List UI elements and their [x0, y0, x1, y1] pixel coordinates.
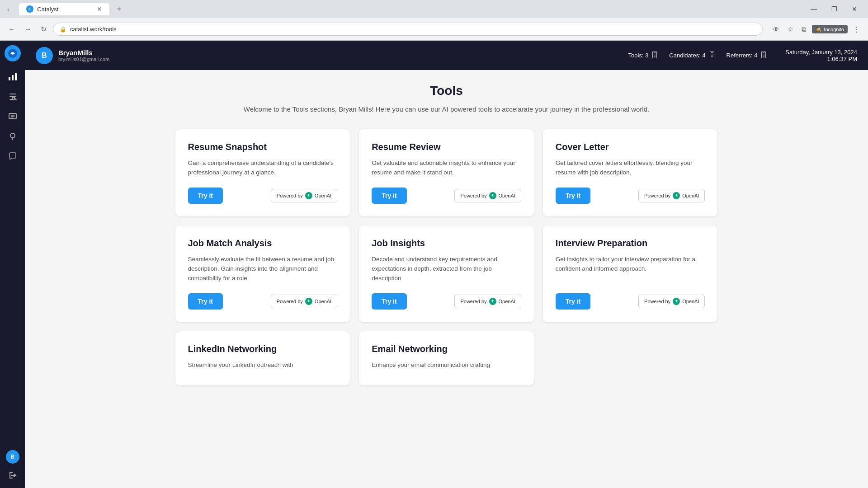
- tool-footer-job-insights: Try it Powered by ✦ OpenAI: [372, 293, 521, 310]
- sidebar-item-analytics[interactable]: [5, 69, 21, 85]
- powered-by-text-1: Powered by: [460, 193, 486, 198]
- browser-actions: 👁 ☆ ⧉ 🕵 Incognito ⋮: [770, 23, 863, 35]
- tool-desc-cover-letter: Get tailored cover letters effortlessly,…: [556, 159, 705, 178]
- try-it-resume-review[interactable]: Try it: [372, 188, 406, 204]
- reload-button[interactable]: ↻: [38, 23, 49, 35]
- openai-text: OpenAI: [315, 193, 331, 198]
- try-it-job-insights[interactable]: Try it: [372, 293, 406, 310]
- powered-by-text: Powered by: [277, 193, 303, 198]
- content-area: Tools Welcome to the Tools sections, Bry…: [25, 70, 868, 488]
- tool-title-job-match: Job Match Analysis: [188, 238, 338, 249]
- tool-footer-cover-letter: Try it Powered by ✦ OpenAI: [556, 188, 705, 204]
- svg-rect-3: [15, 73, 17, 80]
- header-stats: Tools: 3 🗄 Candidates: 4 🗄 Referrers: 4 …: [628, 52, 768, 60]
- powered-by-interview-prep: Powered by ✦ OpenAI: [638, 295, 705, 308]
- tool-card-cover-letter: Cover Letter Get tailored cover letters …: [543, 129, 718, 216]
- tools-stat-label: Tools: 3: [628, 52, 649, 59]
- openai-text-4: OpenAI: [499, 299, 515, 304]
- powered-by-text-2: Powered by: [644, 193, 670, 198]
- openai-icon-1: ✦: [489, 192, 496, 199]
- tool-footer-interview-prep: Try it Powered by ✦ OpenAI: [556, 293, 705, 310]
- incognito-icon: 🕵: [816, 26, 822, 32]
- sidebar: B: [0, 41, 25, 488]
- lock-icon: 🔒: [60, 26, 66, 33]
- header-tools-stat: Tools: 3 🗄: [628, 52, 659, 60]
- back-button[interactable]: ←: [5, 23, 18, 35]
- tool-card-resume-review: Resume Review Get valuable and actionabl…: [359, 129, 534, 216]
- try-it-interview-prep[interactable]: Try it: [556, 293, 590, 310]
- browser-nav: ← → ↻ 🔒 catalist.work/tools 👁 ☆ ⧉ 🕵 Inco…: [0, 18, 868, 41]
- powered-by-resume-review: Powered by ✦ OpenAI: [454, 189, 521, 202]
- tool-footer-resume-snapshot: Try it Powered by ✦ OpenAI: [188, 188, 338, 204]
- maximize-button[interactable]: ❐: [825, 3, 844, 15]
- sidebar-item-tools[interactable]: [5, 89, 21, 105]
- powered-by-text-3: Powered by: [277, 299, 303, 304]
- address-bar[interactable]: 🔒 catalist.work/tools: [53, 23, 763, 36]
- header-email: bry.mills01@gmail.com: [58, 56, 109, 62]
- eye-off-icon[interactable]: 👁: [770, 23, 782, 35]
- powered-by-resume-snapshot: Powered by ✦ OpenAI: [271, 189, 337, 202]
- tool-desc-email: Enhance your email communication craftin…: [372, 361, 521, 373]
- try-it-cover-letter[interactable]: Try it: [556, 188, 590, 204]
- referrers-stat-label: Referrers: 4: [726, 52, 758, 59]
- header-time: 1:06:37 PM: [785, 56, 857, 62]
- tools-stat-icon: 🗄: [651, 52, 658, 60]
- tool-title-resume-review: Resume Review: [372, 142, 521, 152]
- split-view-icon[interactable]: ⧉: [799, 23, 809, 35]
- tool-card-linkedin: LinkedIn Networking Streamline your Link…: [175, 331, 350, 385]
- app-logo: [5, 45, 21, 61]
- minimize-button[interactable]: —: [804, 3, 823, 15]
- header-user-info: BryanMills bry.mills01@gmail.com: [58, 49, 109, 62]
- page-title: Tools: [52, 84, 841, 98]
- tool-card-resume-snapshot: Resume Snapshot Gain a comprehensive und…: [175, 129, 350, 216]
- header-datetime: Saturday, January 13, 2024 1:06:37 PM: [785, 49, 857, 62]
- new-tab-button[interactable]: +: [113, 3, 125, 16]
- svg-point-10: [10, 133, 15, 138]
- tool-footer-job-match: Try it Powered by ✦ OpenAI: [188, 293, 338, 310]
- bookmark-icon[interactable]: ☆: [785, 23, 796, 35]
- sidebar-item-candidates[interactable]: [5, 108, 21, 125]
- page-subtitle: Welcome to the Tools sections, Bryan Mil…: [52, 105, 841, 113]
- tool-card-job-insights: Job Insights Decode and understand key r…: [359, 225, 534, 322]
- browser-tab[interactable]: C Catalyst ✕: [19, 3, 109, 15]
- sidebar-item-messages[interactable]: [5, 148, 21, 164]
- candidates-stat-icon: 🗄: [708, 52, 716, 60]
- openai-icon-4: ✦: [489, 298, 496, 305]
- tools-grid: Resume Snapshot Gain a comprehensive und…: [175, 129, 718, 385]
- openai-text-2: OpenAI: [682, 193, 699, 198]
- tool-card-job-match: Job Match Analysis Seamlessly evaluate t…: [175, 225, 350, 322]
- tab-close-btn[interactable]: ✕: [97, 5, 102, 13]
- powered-by-cover-letter: Powered by ✦ OpenAI: [638, 189, 705, 202]
- header-candidates-stat: Candidates: 4 🗄: [669, 52, 715, 60]
- referrers-stat-icon: 🗄: [760, 52, 767, 60]
- forward-button[interactable]: →: [22, 23, 34, 35]
- openai-text-3: OpenAI: [315, 299, 331, 304]
- tool-desc-job-match: Seamlessly evaluate the fit between a re…: [188, 255, 338, 283]
- powered-by-text-5: Powered by: [644, 299, 670, 304]
- sidebar-user-avatar[interactable]: B: [6, 450, 19, 464]
- menu-icon[interactable]: ⋮: [850, 23, 863, 35]
- candidates-stat-label: Candidates: 4: [669, 52, 705, 59]
- browser-chrome: ‹ C Catalyst ✕ + — ❐ ✕ ← → ↻ 🔒 catalist.…: [0, 0, 868, 41]
- tool-desc-resume-snapshot: Gain a comprehensive understanding of a …: [188, 159, 338, 178]
- tool-title-email: Email Networking: [372, 344, 521, 354]
- try-it-job-match[interactable]: Try it: [188, 293, 223, 310]
- tool-title-job-insights: Job Insights: [372, 238, 521, 249]
- app-header: B BryanMills bry.mills01@gmail.com Tools…: [25, 41, 868, 70]
- main-area: B BryanMills bry.mills01@gmail.com Tools…: [25, 41, 868, 488]
- window-controls: — ❐ ✕: [804, 3, 863, 15]
- app-wrapper: B B BryanMills bry.mills01@gmail.com: [0, 41, 868, 488]
- sidebar-item-insights[interactable]: [5, 128, 21, 145]
- sidebar-logout-icon[interactable]: [5, 467, 21, 483]
- tab-back-btn[interactable]: ‹: [5, 4, 12, 14]
- incognito-label: Incognito: [824, 27, 844, 32]
- header-date: Saturday, January 13, 2024: [785, 49, 857, 56]
- tool-title-resume-snapshot: Resume Snapshot: [188, 142, 338, 152]
- try-it-resume-snapshot[interactable]: Try it: [188, 188, 223, 204]
- tab-title: Catalyst: [37, 6, 58, 13]
- svg-rect-2: [12, 75, 14, 80]
- openai-text-1: OpenAI: [499, 193, 515, 198]
- close-button[interactable]: ✕: [845, 3, 863, 15]
- tool-title-interview-prep: Interview Preparation: [556, 238, 705, 249]
- header-referrers-stat: Referrers: 4 🗄: [726, 52, 768, 60]
